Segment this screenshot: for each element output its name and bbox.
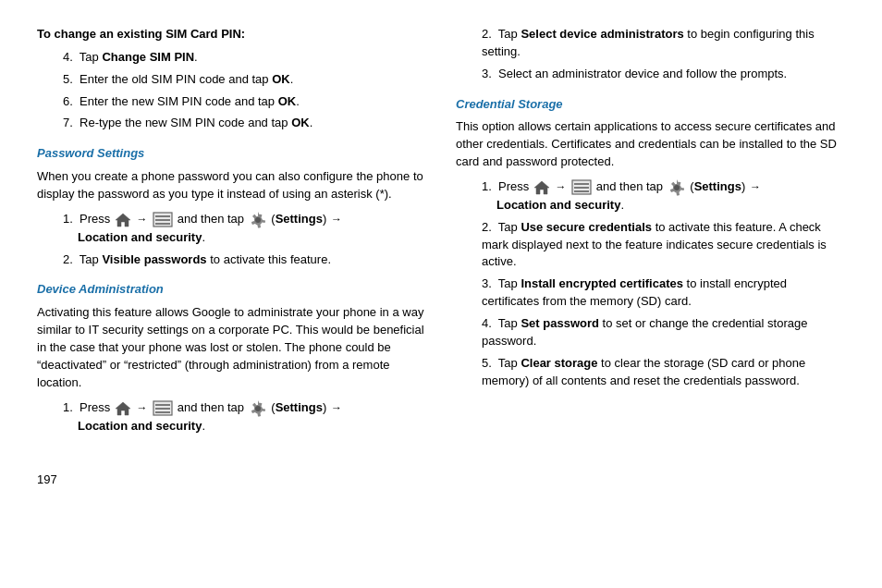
location-security-label2: Location and security — [78, 419, 202, 433]
svg-marker-7 — [116, 402, 130, 415]
arrow-icon: → — [137, 400, 148, 416]
home-icon — [115, 400, 131, 417]
device-admin-steps-list: 1. Press → and then tap — [63, 399, 426, 435]
settings-icon — [249, 211, 267, 229]
list-item: 2. Tap Visible passwords to activate thi… — [63, 251, 426, 269]
list-item: 4. Tap Set password to set or change the… — [482, 315, 845, 350]
credential-storage-body: This option allows certain applications … — [456, 118, 845, 171]
left-column: To change an existing SIM Card PIN: 4. T… — [37, 26, 426, 495]
sim-pin-section: To change an existing SIM Card PIN: 4. T… — [37, 26, 426, 132]
home-icon — [533, 179, 550, 196]
password-settings-heading: Password Settings — [37, 145, 426, 163]
menu-icon — [153, 400, 173, 416]
menu-icon — [153, 212, 173, 227]
device-admin-cont-list: 2. Tap Select device administrators to b… — [482, 26, 845, 83]
location-security-label: Location and security — [78, 230, 202, 244]
credential-steps-list: 1. Press → and then tap — [482, 178, 845, 389]
list-item: 1. Press → and then tap — [482, 178, 845, 214]
svg-point-20 — [674, 185, 680, 190]
device-admin-heading: Device Administration — [37, 281, 426, 299]
device-admin-body: Activating this feature allows Google to… — [37, 304, 426, 391]
password-settings-section: Password Settings When you create a phon… — [37, 145, 426, 268]
svg-point-13 — [255, 406, 261, 411]
credential-storage-section: Credential Storage This option allows ce… — [456, 96, 845, 390]
arrow-icon: → — [137, 212, 148, 227]
password-steps-list: 1. Press → and then ta — [63, 211, 426, 269]
list-item: 4. Tap Change SIM PIN. — [63, 49, 426, 67]
list-item: 3. Tap Install encrypted certificates to… — [482, 276, 845, 311]
location-security-label3: Location and security — [496, 198, 620, 212]
list-item: 3. Select an administrator device and fo… — [482, 66, 845, 83]
list-item: 2. Tap Select device administrators to b… — [482, 26, 845, 61]
svg-marker-14 — [534, 181, 549, 194]
device-admin-section: Device Administration Activating this fe… — [37, 281, 426, 435]
list-item: 5. Tap Clear storage to clear the storag… — [482, 355, 845, 390]
svg-point-6 — [255, 217, 261, 223]
device-admin-continued: 2. Tap Select device administrators to b… — [456, 26, 845, 83]
home-icon — [115, 212, 131, 228]
sim-steps-list: 4. Tap Change SIM PIN. 5. Enter the old … — [63, 49, 426, 132]
sim-heading: To change an existing SIM Card PIN: — [37, 26, 426, 43]
page-number: 197 — [37, 472, 426, 489]
menu-icon — [571, 179, 592, 195]
arrow-icon: → — [556, 179, 567, 195]
settings-icon — [249, 399, 267, 418]
list-item: 6. Enter the new SIM PIN code and tap OK… — [63, 93, 426, 111]
list-item: 1. Press → and then tap — [63, 399, 426, 435]
list-item: 7. Re-type the new SIM PIN code and tap … — [63, 115, 426, 132]
list-item: 1. Press → and then ta — [63, 211, 426, 247]
password-settings-body: When you create a phone password you can… — [37, 168, 426, 203]
credential-storage-heading: Credential Storage — [456, 96, 845, 114]
settings-icon — [668, 178, 686, 197]
list-item: 2. Tap Use secure credentials to activat… — [482, 219, 845, 272]
right-column: 2. Tap Select device administrators to b… — [456, 26, 845, 495]
svg-marker-0 — [116, 214, 130, 227]
list-item: 5. Enter the old SIM PIN code and tap OK… — [63, 71, 426, 89]
